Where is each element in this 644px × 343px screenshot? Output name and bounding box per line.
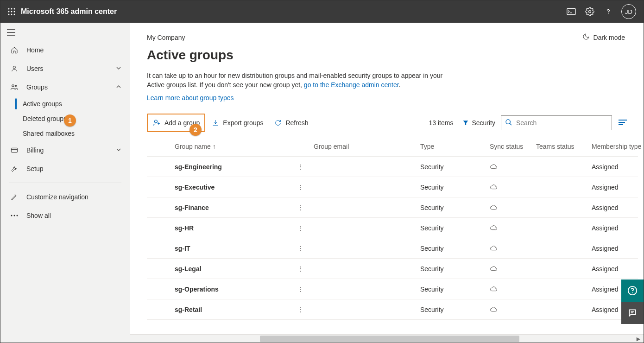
svg-point-0 — [8, 8, 10, 10]
table-row[interactable]: sg-Executive⋮SecurityAssigned — [147, 177, 638, 197]
scroll-thumb[interactable] — [260, 336, 519, 342]
org-name: My Company — [147, 34, 627, 41]
download-icon — [212, 119, 219, 127]
cell-membership: Assigned — [592, 204, 644, 211]
cell-membership: Assigned — [592, 265, 644, 273]
refresh-button[interactable]: Refresh — [270, 114, 313, 132]
list-options-button[interactable] — [619, 119, 627, 127]
cell-membership: Assigned — [592, 184, 644, 191]
svg-point-1 — [11, 8, 13, 10]
app-title: Microsoft 365 admin center — [21, 7, 117, 16]
cell-type: Security — [420, 224, 490, 232]
nav-customize[interactable]: Customize navigation — [0, 188, 130, 206]
filter-button[interactable]: Security — [459, 119, 499, 127]
row-actions-icon[interactable]: ⋮ — [295, 306, 306, 313]
row-actions-icon[interactable]: ⋮ — [295, 286, 306, 293]
nav-home-label: Home — [26, 46, 44, 54]
svg-rect-18 — [11, 148, 17, 152]
nav-show-all[interactable]: Show all — [0, 206, 130, 225]
nav-users[interactable]: Users — [0, 59, 130, 78]
search-icon — [505, 119, 512, 127]
svg-point-16 — [12, 85, 14, 87]
table-row[interactable]: sg-HR⋮SecurityAssigned — [147, 218, 638, 238]
account-avatar[interactable]: JD — [621, 4, 636, 19]
export-groups-button[interactable]: Export groups — [207, 114, 268, 132]
col-type[interactable]: Type — [420, 143, 490, 150]
svg-point-22 — [17, 215, 18, 216]
table-row[interactable]: sg-Retail⋮SecurityAssigned — [147, 299, 638, 320]
dark-mode-label: Dark mode — [593, 34, 625, 41]
page-description: It can take up to an hour for new distri… — [147, 71, 443, 89]
cell-group-name[interactable]: sg-Legal — [175, 265, 295, 273]
nav-shared-mailboxes[interactable]: Shared mailboxes — [0, 126, 130, 141]
nav-billing[interactable]: Billing — [0, 141, 130, 159]
desc-period: . — [399, 81, 401, 89]
cell-group-name[interactable]: sg-IT — [175, 245, 295, 252]
svg-point-11 — [608, 13, 609, 14]
nav-setup[interactable]: Setup — [0, 159, 130, 178]
sort-asc-icon: ↑ — [213, 143, 216, 150]
cell-group-name[interactable]: sg-Retail — [175, 306, 295, 313]
cell-group-name[interactable]: sg-Engineering — [175, 163, 295, 171]
filter-label: Security — [472, 119, 495, 127]
exchange-admin-link[interactable]: go to the Exchange admin center — [304, 81, 399, 89]
svg-point-5 — [14, 11, 15, 13]
cell-group-name[interactable]: sg-Finance — [175, 204, 295, 211]
cell-membership: Assigned — [592, 163, 644, 171]
col-group-name[interactable]: Group name ↑ — [175, 143, 295, 150]
row-actions-icon[interactable]: ⋮ — [295, 184, 306, 191]
feedback-fab[interactable] — [621, 302, 644, 324]
row-actions-icon[interactable]: ⋮ — [295, 245, 306, 252]
help-icon[interactable] — [599, 2, 618, 21]
col-membership[interactable]: Membership type — [592, 143, 644, 150]
nav-collapse-icon[interactable] — [7, 29, 123, 37]
help-fab[interactable] — [621, 279, 644, 302]
cell-group-name[interactable]: sg-Operations — [175, 286, 295, 293]
table-row[interactable]: sg-Operations⋮SecurityAssigned — [147, 279, 638, 299]
learn-more-link[interactable]: Learn more about group types — [147, 94, 234, 102]
wrench-icon — [9, 165, 20, 172]
cell-type: Security — [420, 163, 490, 171]
shell-cloud-icon[interactable] — [562, 2, 581, 21]
search-input[interactable] — [516, 119, 608, 127]
row-actions-icon[interactable]: ⋮ — [295, 224, 306, 232]
nav-home[interactable]: Home — [0, 41, 130, 59]
refresh-icon — [274, 119, 282, 127]
settings-gear-icon[interactable] — [581, 2, 599, 21]
col-teams[interactable]: Teams status — [536, 143, 592, 150]
nav-deleted-groups-label: Deleted groups — [23, 115, 67, 122]
help-fab-column — [621, 279, 644, 324]
col-sync[interactable]: Sync status — [490, 143, 536, 150]
row-actions-icon[interactable]: ⋮ — [295, 163, 306, 171]
nav-active-groups[interactable]: Active groups — [0, 96, 130, 111]
col-group-email[interactable]: Group email — [314, 143, 420, 150]
cell-type: Security — [420, 204, 490, 211]
scroll-right-icon[interactable]: ► — [635, 336, 642, 342]
svg-point-8 — [14, 14, 15, 15]
cell-group-name[interactable]: sg-HR — [175, 224, 295, 232]
search-box[interactable] — [501, 115, 612, 130]
moon-icon — [582, 33, 590, 42]
dark-mode-toggle[interactable]: Dark mode — [582, 33, 625, 42]
table-row[interactable]: sg-Engineering⋮SecurityAssigned — [147, 157, 638, 177]
table-row[interactable]: sg-Legal⋮SecurityAssigned — [147, 259, 638, 279]
cloud-icon — [490, 286, 536, 293]
row-actions-icon[interactable]: ⋮ — [295, 265, 306, 273]
app-launcher-icon[interactable] — [4, 4, 19, 19]
cell-type: Security — [420, 245, 490, 252]
svg-point-7 — [11, 14, 13, 15]
nav-active-groups-label: Active groups — [23, 100, 62, 108]
horizontal-scrollbar[interactable]: ◄ ► — [130, 334, 644, 343]
row-actions-icon[interactable]: ⋮ — [295, 204, 306, 211]
svg-point-23 — [155, 120, 158, 123]
nav-divider — [9, 183, 121, 183]
svg-rect-9 — [567, 8, 575, 14]
nav-billing-label: Billing — [26, 146, 44, 154]
svg-point-20 — [11, 215, 13, 216]
item-count: 13 items — [429, 119, 454, 127]
table-row[interactable]: sg-IT⋮SecurityAssigned — [147, 238, 638, 259]
table-row[interactable]: sg-Finance⋮SecurityAssigned — [147, 197, 638, 218]
cell-group-name[interactable]: sg-Executive — [175, 184, 295, 191]
nav-groups[interactable]: Groups — [0, 78, 130, 96]
svg-point-2 — [14, 8, 15, 10]
